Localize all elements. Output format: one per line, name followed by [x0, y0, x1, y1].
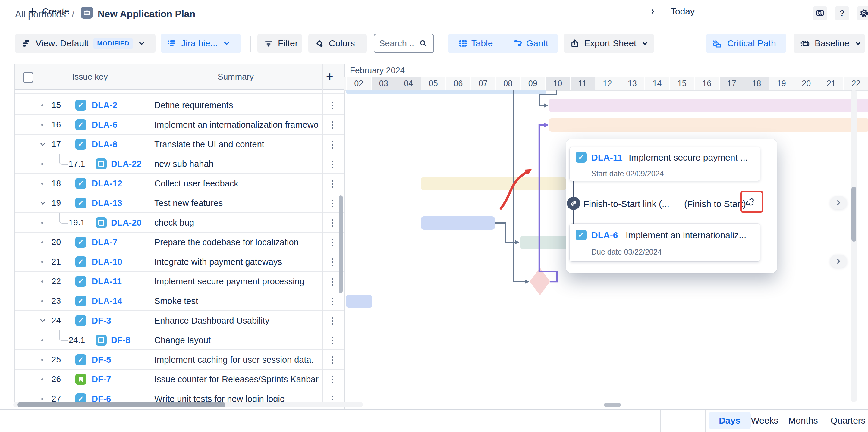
table-row[interactable]: 24DF-3Enhance Dashboard Usability — [14, 311, 344, 330]
view-icon — [22, 39, 31, 48]
scale-option-months[interactable]: Months — [782, 412, 824, 429]
popup-source-issue-card[interactable]: DLA-11 Implement secure payment ... Star… — [569, 147, 760, 181]
add-column-button[interactable]: + — [326, 70, 333, 83]
expand-panel-button[interactable] — [644, 3, 662, 20]
create-button[interactable]: Create — [22, 3, 75, 20]
issue-key-link[interactable]: DF-3 — [92, 316, 111, 326]
gantt-vertical-scrollbar-track[interactable] — [850, 90, 857, 402]
issue-key-link[interactable]: DF-7 — [92, 374, 111, 385]
issue-key-link[interactable]: DF-6 — [92, 394, 111, 402]
popup-target-summary: Implement an internationaliz... — [626, 230, 752, 240]
table-row[interactable]: 26DF-7Issue counter for Releases/Sprints… — [14, 370, 344, 389]
column-header-summary[interactable]: Summary — [150, 72, 321, 81]
table-row[interactable]: 19DLA-13Test new features — [14, 193, 344, 213]
paint-icon — [315, 39, 324, 48]
table-row[interactable]: 24.1DF-8Change layout — [14, 330, 344, 350]
selected-link-DLA-11-to-DLA-6[interactable] — [539, 125, 557, 282]
row-menu-button[interactable] — [328, 256, 337, 268]
popup-target-key[interactable]: DLA-6 — [591, 230, 618, 240]
table-row[interactable]: 23DLA-14Smoke test — [14, 291, 344, 311]
scroll-to-bar-button[interactable] — [830, 196, 847, 209]
baseline-button[interactable]: Baseline — [794, 34, 865, 53]
row-menu-button[interactable] — [328, 295, 337, 307]
filter-button[interactable]: Filter — [257, 34, 302, 53]
row-number: 23 — [43, 296, 61, 306]
scale-option-weeks[interactable]: Weeks — [746, 412, 783, 429]
column-header-issue-key[interactable]: Issue key — [44, 72, 135, 81]
issue-key-link[interactable]: DLA-13 — [92, 198, 122, 208]
issue-key-link[interactable]: DLA-11 — [92, 276, 122, 287]
table-left-border — [14, 64, 15, 402]
issue-key-link[interactable]: DF-5 — [92, 355, 111, 365]
table-row[interactable]: 17DLA-8Translate the UI and content — [14, 135, 344, 154]
issue-key-link[interactable]: DLA-8 — [92, 139, 117, 149]
table-row[interactable]: 27DF-6Write unit tests for new login log… — [14, 389, 344, 402]
scale-option-days[interactable]: Days — [709, 412, 751, 429]
table-row[interactable]: 25DF-5Implement caching for user session… — [14, 350, 344, 370]
hierarchy-icon — [167, 39, 176, 48]
issue-key-link[interactable]: DLA-14 — [92, 296, 122, 306]
table-vertical-scrollbar[interactable] — [339, 195, 343, 293]
popup-source-summary: Implement secure payment ... — [629, 153, 755, 163]
table-row[interactable]: 17.1DLA-22new sub hahah — [14, 154, 344, 174]
overview-search-button[interactable] — [813, 6, 827, 21]
row-number: 19.1 — [65, 218, 85, 227]
row-menu-button[interactable] — [328, 217, 337, 229]
row-menu-button[interactable] — [328, 99, 337, 112]
table-row[interactable]: 16DLA-6Implement an internationalization… — [14, 115, 344, 135]
issue-key-link[interactable]: DLA-7 — [92, 237, 117, 247]
tab-table[interactable]: Table — [448, 34, 503, 53]
popup-source-key[interactable]: DLA-11 — [591, 153, 622, 163]
issue-key-link[interactable]: DF-8 — [111, 335, 130, 345]
hierarchy-selector-button[interactable]: Jira hie... — [161, 34, 241, 53]
row-menu-button[interactable] — [328, 119, 337, 131]
settings-button[interactable] — [857, 6, 868, 21]
today-button[interactable]: Today — [667, 3, 699, 20]
export-sheet-button[interactable]: Export Sheet — [564, 34, 654, 53]
table-row[interactable]: 18DLA-12Collect user feedback — [14, 174, 344, 193]
view-selector-button[interactable]: View: Default MODIFIED — [15, 34, 156, 53]
row-menu-button[interactable] — [328, 197, 337, 210]
popup-target-issue-card[interactable]: DLA-6 Implement an internationaliz... Du… — [569, 224, 760, 262]
row-menu-button[interactable] — [328, 177, 337, 190]
issue-key-link[interactable]: DLA-2 — [92, 100, 117, 110]
row-menu-button[interactable] — [328, 138, 337, 151]
row-menu-button[interactable] — [328, 275, 337, 288]
gantt-vertical-scrollbar-thumb[interactable] — [851, 187, 856, 242]
issue-key-link[interactable]: DLA-20 — [111, 218, 142, 228]
issue-type-icon-task — [75, 178, 86, 189]
issue-key-link[interactable]: DLA-6 — [92, 120, 117, 130]
issue-key-link[interactable]: DLA-12 — [92, 179, 122, 189]
table-row[interactable]: 15DLA-2Define requirements — [14, 96, 344, 115]
row-menu-button[interactable] — [328, 158, 337, 170]
row-menu-button[interactable] — [328, 393, 337, 402]
issue-key-link[interactable]: DLA-10 — [92, 257, 122, 267]
issue-key-link[interactable]: DLA-22 — [111, 159, 142, 169]
row-menu-button[interactable] — [328, 373, 337, 386]
row-menu-button[interactable] — [328, 334, 337, 347]
dependency-line-to-DLA-11[interactable] — [514, 90, 526, 282]
table-horizontal-scrollbar-thumb[interactable] — [18, 402, 225, 407]
row-menu-button[interactable] — [328, 236, 337, 249]
day-cell: 17 — [719, 77, 744, 90]
dependency-line-to-DLA-2[interactable] — [539, 90, 556, 105]
filter-icon — [264, 39, 273, 48]
table-row[interactable]: 21DLA-10Integrate with payment gateways — [14, 252, 344, 272]
issue-summary: Enhance Dashboard Usability — [154, 316, 319, 326]
select-all-checkbox[interactable] — [23, 72, 33, 83]
table-row[interactable]: 20DLA-7Prepare the codebase for localiza… — [14, 233, 344, 252]
help-button[interactable]: ? — [835, 6, 849, 21]
row-menu-button[interactable] — [328, 354, 337, 366]
row-menu-button[interactable] — [328, 314, 337, 327]
gantt-horizontal-scrollbar-thumb[interactable] — [604, 403, 621, 407]
scroll-to-bar-button[interactable] — [830, 255, 847, 268]
table-row[interactable]: 22DLA-11Implement secure payment process… — [14, 272, 344, 291]
search-input[interactable] — [378, 38, 416, 49]
scale-option-quarters[interactable]: Quarters — [823, 412, 868, 429]
tab-gantt[interactable]: Gantt — [503, 34, 558, 53]
critical-path-button[interactable]: Critical Path — [706, 34, 786, 53]
table-row[interactable]: 19.1DLA-20check bug — [14, 213, 344, 233]
dependency-line-DLA-20-to-DLA-7[interactable] — [495, 223, 516, 242]
colors-button[interactable]: Colors — [308, 34, 367, 53]
issue-summary: Test new features — [154, 198, 319, 208]
